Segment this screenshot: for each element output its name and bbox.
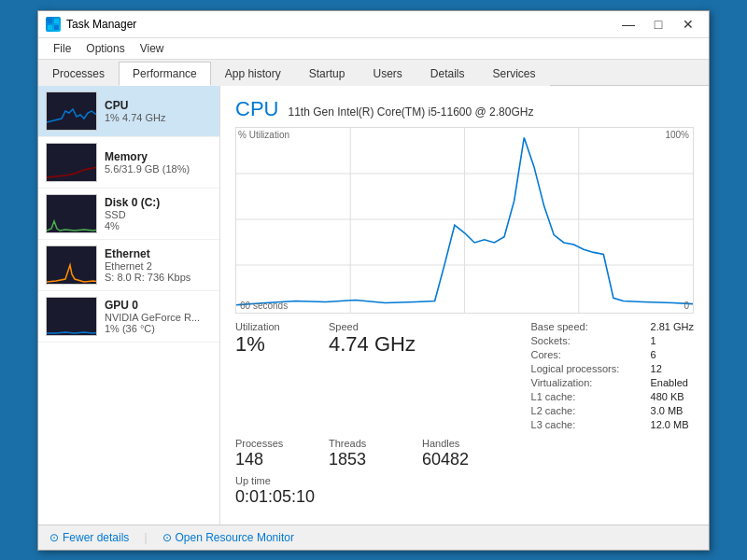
- speed-label: Speed: [329, 321, 416, 332]
- stat-handles: Handles 60482: [422, 438, 497, 468]
- chart-100: 100%: [665, 130, 689, 140]
- mem-sub: 5.6/31.9 GB (18%): [105, 163, 212, 175]
- detail-col-1: Base speed: 2.81 GHz Sockets: 1 Cores: 6: [531, 321, 694, 430]
- handles-value: 60482: [422, 451, 497, 468]
- eth-sub2: S: 8.0 R: 736 Kbps: [105, 272, 212, 283]
- window-controls: — □ ✕: [615, 15, 701, 34]
- task-manager-window: Task Manager — □ ✕ File Options View Pro…: [37, 10, 710, 551]
- tab-performance[interactable]: Performance: [119, 62, 211, 86]
- sidebar-item-ethernet[interactable]: Ethernet Ethernet 2 S: 8.0 R: 736 Kbps: [38, 240, 219, 291]
- fewer-details-button[interactable]: ⊙ Fewer details: [49, 531, 129, 544]
- detail-virt: Virtualization: Enabled: [531, 377, 694, 388]
- stats-row-3: Up time 0:01:05:10: [235, 475, 694, 505]
- footer: ⊙ Fewer details | ⊙ Open Resource Monito…: [38, 525, 709, 550]
- detail-l2: L2 cache: 3.0 MB: [531, 405, 694, 416]
- app-icon: [46, 17, 61, 32]
- stat-uptime: Up time 0:01:05:10: [235, 475, 315, 505]
- eth-thumbnail: [46, 245, 97, 285]
- uptime-label: Up time: [235, 475, 315, 486]
- cores-key: Cores:: [531, 349, 643, 360]
- handles-label: Handles: [422, 438, 497, 449]
- tab-users[interactable]: Users: [359, 62, 416, 86]
- virt-val: Enabled: [651, 377, 688, 388]
- disk-sub1: SSD: [105, 209, 212, 220]
- stats-row-2: Processes 148 Threads 1853 Handles 60482: [235, 438, 694, 468]
- cpu-chart: % Utilization 100% 0 60 seconds: [235, 127, 694, 314]
- cores-val: 6: [651, 349, 656, 360]
- tab-services[interactable]: Services: [479, 62, 550, 86]
- svg-rect-6: [47, 195, 97, 233]
- logical-key: Logical processors:: [531, 363, 643, 374]
- speed-value: 4.74 GHz: [329, 334, 416, 355]
- l1-key: L1 cache:: [531, 391, 643, 402]
- tab-startup[interactable]: Startup: [295, 62, 359, 86]
- sidebar-item-memory[interactable]: Memory 5.6/31.9 GB (18%): [38, 137, 219, 189]
- gpu-name: GPU 0: [105, 299, 212, 312]
- tab-details[interactable]: Details: [416, 62, 479, 86]
- detail-sockets: Sockets: 1: [531, 335, 694, 346]
- stat-utilization: Utilization 1%: [235, 321, 310, 430]
- processes-label: Processes: [235, 438, 310, 449]
- menu-view[interactable]: View: [133, 40, 172, 57]
- menu-bar: File Options View: [38, 38, 709, 60]
- chart-ylabel: % Utilization: [238, 130, 289, 140]
- stat-threads: Threads 1853: [329, 438, 403, 468]
- svg-rect-7: [47, 246, 97, 285]
- open-resource-monitor-label: Open Resource Monitor: [176, 531, 294, 544]
- stat-speed: Speed 4.74 GHz: [329, 321, 416, 430]
- disk-sub2: 4%: [105, 220, 212, 231]
- svg-rect-2: [48, 25, 52, 30]
- utilization-value: 1%: [235, 334, 310, 355]
- svg-rect-8: [47, 298, 97, 336]
- disk-info: Disk 0 (C:) SSD 4%: [105, 196, 212, 231]
- tab-apphistory[interactable]: App history: [211, 62, 295, 86]
- tab-bar: Processes Performance App history Startu…: [38, 60, 709, 86]
- panel-subtitle: 11th Gen Intel(R) Core(TM) i5-11600 @ 2.…: [288, 105, 533, 119]
- svg-rect-0: [48, 19, 52, 23]
- cpu-name: CPU: [105, 99, 212, 112]
- gpu-sub1: NVIDIA GeForce R...: [105, 312, 212, 323]
- title-bar: Task Manager — □ ✕: [38, 11, 709, 38]
- window-title: Task Manager: [66, 18, 136, 31]
- gpu-thumbnail: [46, 297, 97, 336]
- performance-panel: CPU 11th Gen Intel(R) Core(TM) i5-11600 …: [220, 86, 709, 525]
- sidebar-item-cpu[interactable]: CPU 1% 4.74 GHz: [38, 86, 219, 137]
- eth-name: Ethernet: [105, 247, 212, 260]
- footer-separator: |: [144, 531, 147, 544]
- eth-info: Ethernet Ethernet 2 S: 8.0 R: 736 Kbps: [105, 247, 212, 283]
- chart-0: 0: [684, 301, 689, 311]
- close-button[interactable]: ✕: [675, 15, 701, 34]
- open-resource-monitor-button[interactable]: ⊙ Open Resource Monitor: [162, 531, 294, 544]
- chart-svg: [236, 128, 693, 313]
- main-content: CPU 1% 4.74 GHz Memory 5.6/31.9 GB (18%): [38, 86, 709, 525]
- sidebar-item-gpu[interactable]: GPU 0 NVIDIA GeForce R... 1% (36 °C): [38, 291, 219, 343]
- sockets-val: 1: [651, 335, 656, 346]
- sidebar-item-disk[interactable]: Disk 0 (C:) SSD 4%: [38, 189, 219, 240]
- maximize-button[interactable]: □: [645, 15, 671, 34]
- mem-name: Memory: [105, 150, 212, 163]
- detail-cores: Cores: 6: [531, 349, 694, 360]
- detail-l3: L3 cache: 12.0 MB: [531, 419, 694, 430]
- mem-thumbnail: [46, 143, 97, 182]
- gpu-sub2: 1% (36 °C): [105, 323, 212, 334]
- detail-l1: L1 cache: 480 KB: [531, 391, 694, 402]
- disk-thumbnail: [46, 194, 97, 233]
- menu-file[interactable]: File: [46, 40, 78, 57]
- menu-options[interactable]: Options: [78, 40, 132, 57]
- stats-row-1: Utilization 1% Speed 4.74 GHz Base speed…: [235, 321, 694, 430]
- l2-val: 3.0 MB: [651, 405, 684, 416]
- gpu-info: GPU 0 NVIDIA GeForce R... 1% (36 °C): [105, 299, 212, 334]
- title-bar-left: Task Manager: [46, 17, 136, 32]
- cpu-thumbnail: [46, 91, 97, 131]
- minimize-button[interactable]: —: [615, 15, 641, 34]
- panel-title-label: CPU: [235, 97, 278, 121]
- tab-processes[interactable]: Processes: [38, 62, 119, 86]
- svg-rect-3: [54, 25, 59, 30]
- l3-key: L3 cache:: [531, 419, 643, 430]
- l3-val: 12.0 MB: [651, 419, 689, 430]
- logical-val: 12: [651, 363, 662, 374]
- mem-info: Memory 5.6/31.9 GB (18%): [105, 150, 212, 175]
- threads-value: 1853: [329, 451, 403, 468]
- base-speed-key: Base speed:: [531, 321, 643, 332]
- disk-name: Disk 0 (C:): [105, 196, 212, 209]
